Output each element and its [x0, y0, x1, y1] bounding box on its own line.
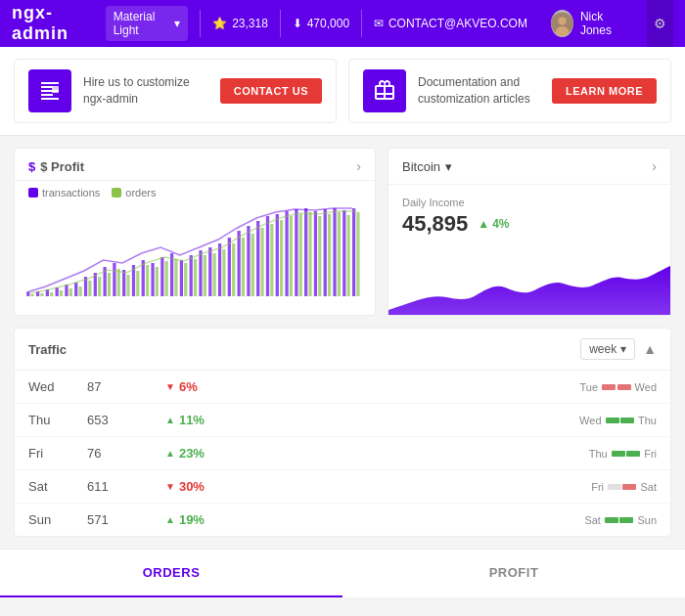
chevron-down-icon: ▾: [620, 342, 626, 356]
svg-rect-59: [290, 216, 293, 296]
svg-rect-65: [318, 216, 321, 296]
svg-rect-38: [190, 255, 193, 296]
traffic-value: 653: [87, 413, 165, 427]
gear-icon: ⚙: [654, 16, 666, 31]
svg-rect-57: [280, 220, 283, 296]
promo-card-right: Documentation and customization articles…: [348, 59, 671, 123]
svg-rect-19: [98, 277, 101, 296]
legend-dot-transactions: [28, 188, 38, 198]
sparkline-from-label: Fri: [591, 481, 604, 493]
table-row: Sat 611 ▼ 30% Fri Sat: [15, 470, 670, 504]
header-divider-3: [361, 10, 362, 37]
svg-rect-68: [333, 208, 336, 296]
svg-rect-10: [56, 287, 59, 296]
svg-rect-17: [88, 281, 91, 296]
legend-dot-orders: [112, 188, 121, 198]
profit-card: $ $ Profit › transactions orders: [14, 148, 376, 316]
app-logo: ngx-admin: [12, 3, 94, 44]
arrow-up-icon: ▲: [165, 514, 175, 525]
svg-rect-34: [170, 253, 173, 296]
promo-icon-right: [363, 69, 406, 112]
svg-rect-61: [299, 214, 302, 296]
contact-email: ✉ CONTACT@AKVEO.COM: [374, 17, 527, 30]
svg-rect-53: [260, 228, 263, 296]
legend-transactions: transactions: [28, 187, 100, 198]
svg-rect-49: [242, 238, 245, 296]
main-content-row: $ $ Profit › transactions orders: [0, 136, 685, 328]
svg-rect-33: [165, 261, 168, 296]
traffic-value: 87: [87, 379, 165, 394]
svg-rect-9: [50, 292, 53, 296]
svg-rect-70: [342, 210, 345, 296]
bitcoin-card: Bitcoin ▾ › Daily Income 45,895 ▲ 4%: [388, 148, 671, 316]
traffic-day: Sun: [28, 512, 87, 527]
traffic-day: Fri: [28, 446, 87, 461]
collapse-button[interactable]: ▲: [643, 341, 657, 357]
traffic-sparkline: Thu Fri: [539, 448, 657, 460]
sparkline-from-label: Thu: [589, 448, 608, 460]
bitcoin-header: Bitcoin ▾ ›: [388, 149, 670, 185]
traffic-sparkline: Wed Thu: [539, 415, 657, 426]
spark-bar-from: [612, 451, 625, 457]
svg-rect-25: [126, 275, 129, 296]
svg-rect-58: [285, 211, 288, 296]
profit-expand-icon[interactable]: ›: [356, 158, 361, 174]
spark-bar-to: [617, 384, 631, 390]
download-icon: ⬇: [293, 17, 302, 30]
spark-bars: [608, 484, 637, 490]
bitcoin-chart-svg: [388, 246, 670, 315]
svg-rect-7: [40, 293, 43, 296]
traffic-header: Traffic week ▾ ▲: [15, 329, 670, 371]
spark-bar-from: [605, 517, 618, 523]
table-row: Fri 76 ▲ 23% Thu Fri: [15, 437, 670, 470]
svg-rect-30: [151, 263, 154, 296]
spark-bar-to: [626, 451, 640, 457]
svg-rect-44: [218, 243, 221, 296]
star-icon: ⭐: [212, 17, 227, 30]
profit-chart: [15, 198, 375, 296]
spark-bar-to: [619, 517, 633, 523]
tab-profit[interactable]: PROFIT: [342, 550, 685, 597]
bitcoin-income-row: 45,895 ▲ 4%: [402, 211, 657, 237]
traffic-sparkline: Fri Sat: [539, 481, 657, 493]
svg-rect-55: [270, 224, 273, 296]
svg-rect-37: [184, 263, 187, 296]
bitcoin-expand-icon[interactable]: ›: [652, 158, 657, 174]
svg-rect-56: [276, 214, 279, 296]
sparkline-to-label: Wed: [635, 381, 657, 393]
settings-button[interactable]: ⚙: [647, 0, 673, 47]
learn-more-button[interactable]: LEARN MORE: [552, 78, 657, 104]
traffic-pct: ▲ 23%: [165, 446, 539, 461]
traffic-value: 611: [87, 479, 165, 494]
svg-rect-42: [208, 247, 211, 296]
traffic-pct: ▲ 11%: [165, 413, 539, 427]
spark-bar-from: [602, 384, 616, 390]
legend-orders: orders: [112, 187, 156, 198]
profit-chart-svg: [24, 206, 365, 296]
traffic-sparkline: Tue Wed: [539, 381, 657, 393]
chevron-down-icon: ▾: [445, 159, 452, 174]
traffic-day: Wed: [28, 379, 87, 394]
theme-selector[interactable]: Material Light ▾: [106, 6, 189, 41]
header-divider-2: [280, 10, 281, 37]
svg-rect-23: [117, 269, 120, 296]
arrow-up-icon: ▲: [478, 217, 489, 231]
tab-orders[interactable]: ORDERS: [0, 550, 342, 597]
traffic-day: Thu: [28, 413, 87, 427]
traffic-day: Sat: [28, 479, 87, 494]
week-selector[interactable]: week ▾: [580, 338, 635, 360]
spark-bar-to: [622, 484, 636, 490]
sparkline-to-label: Fri: [644, 448, 657, 460]
promo-section: Hire us to customize ngx-admin CONTACT U…: [0, 47, 685, 136]
arrow-up-icon: ▲: [165, 415, 175, 425]
traffic-card: Traffic week ▾ ▲ Wed 87 ▼ 6% Tue Wed: [14, 328, 671, 537]
svg-rect-60: [295, 209, 297, 296]
spark-bars: [612, 451, 641, 457]
contact-us-button[interactable]: CONTACT US: [220, 78, 322, 104]
traffic-controls: week ▾ ▲: [580, 338, 657, 360]
user-menu[interactable]: Nick Jones: [551, 10, 627, 37]
svg-rect-3: [52, 86, 59, 93]
currency-selector[interactable]: Bitcoin ▾: [402, 159, 452, 174]
svg-rect-54: [266, 216, 269, 296]
svg-rect-32: [160, 257, 163, 296]
